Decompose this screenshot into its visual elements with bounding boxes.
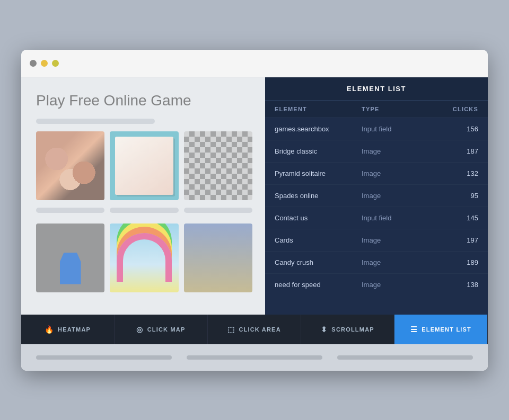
bottom-strip [21, 344, 488, 371]
row-type: Input field [362, 214, 436, 222]
toolbar-label: HEATMAP [58, 326, 91, 333]
click-map-icon: ◎ [136, 326, 143, 333]
close-button[interactable] [30, 60, 37, 67]
table-row[interactable]: games.searchbox Input field 156 [265, 118, 488, 140]
row-type: Image [362, 236, 436, 244]
table-row[interactable]: Contact us Input field 145 [265, 207, 488, 229]
row-type: Input field [362, 125, 436, 133]
toolbar-click-area[interactable]: ⬚ CLICK AREA [208, 315, 301, 344]
toolbar-element-list[interactable]: ☰ ELEMENT LIST [394, 315, 488, 344]
row-clicks: 138 [436, 281, 478, 289]
site-title: Play Free Online Game [36, 92, 252, 109]
row-element: games.searchbox [275, 125, 362, 133]
maximize-button[interactable] [52, 60, 59, 67]
bottom-bar-1 [36, 355, 172, 360]
row-type: Image [362, 147, 436, 155]
row-element: Cards [275, 236, 362, 244]
element-list-icon: ☰ [410, 326, 418, 333]
skeleton-row [36, 208, 252, 213]
table-row[interactable]: Spades online Image 95 [265, 185, 488, 207]
site-preview: Play Free Online Game [21, 77, 265, 315]
minimize-button[interactable] [41, 60, 48, 67]
row-clicks: 197 [436, 236, 478, 244]
bottom-bar-2 [187, 355, 322, 360]
column-headers: ELEMENT TYPE CLICKS [265, 101, 488, 118]
thumb-puzzle [36, 131, 104, 200]
skeleton-bar [36, 208, 104, 213]
skeleton-bar [36, 119, 155, 124]
col-element: ELEMENT [275, 106, 362, 112]
game-grid-top [36, 131, 252, 200]
bottom-bar-3 [337, 355, 473, 360]
row-clicks: 95 [436, 192, 478, 200]
heatmap-icon: 🔥 [45, 326, 54, 333]
row-type: Image [362, 169, 436, 177]
thumb-castle [184, 224, 252, 292]
titlebar [21, 50, 488, 77]
panel-rows: games.searchbox Input field 156 Bridge c… [265, 118, 488, 315]
row-element: Contact us [275, 214, 362, 222]
content-area: Play Free Online Game ELEMENT LIST [21, 77, 488, 315]
thumb-race [184, 131, 252, 200]
row-clicks: 187 [436, 147, 478, 155]
table-row[interactable]: Cards Image 197 [265, 229, 488, 252]
row-clicks: 189 [436, 258, 478, 266]
toolbar-scrollmap[interactable]: ⬍ SCROLLMAP [301, 315, 394, 344]
row-element: Candy crush [275, 258, 362, 266]
row-type: Image [362, 281, 436, 289]
table-row[interactable]: Candy crush Image 189 [265, 252, 488, 274]
click-area-icon: ⬚ [227, 326, 235, 333]
row-type: Image [362, 258, 436, 266]
thumb-rainbow [110, 224, 178, 292]
app-window: Play Free Online Game ELEMENT LIST [21, 50, 488, 371]
game-grid-bottom [36, 224, 252, 292]
scrollmap-icon: ⬍ [321, 326, 328, 333]
row-element: Pyramid solitaire [275, 169, 362, 177]
thumb-car [36, 224, 104, 292]
panel-title: ELEMENT LIST [265, 77, 488, 101]
row-element: Spades online [275, 192, 362, 200]
row-element: Bridge classic [275, 147, 362, 155]
row-clicks: 156 [436, 125, 478, 133]
toolbar-label: CLICK AREA [239, 326, 280, 333]
row-type: Image [362, 192, 436, 200]
row-element: need for speed [275, 281, 362, 289]
table-row[interactable]: need for speed Image 138 [265, 274, 488, 296]
toolbar-click-map[interactable]: ◎ CLICK MAP [115, 315, 208, 344]
toolbar-label: SCROLLMAP [331, 326, 374, 333]
thumb-cards [110, 131, 178, 200]
element-panel: ELEMENT LIST ELEMENT TYPE CLICKS games.s… [265, 77, 488, 315]
toolbar: 🔥 HEATMAP ◎ CLICK MAP ⬚ CLICK AREA ⬍ SCR… [21, 315, 488, 344]
col-clicks: CLICKS [436, 106, 478, 112]
row-clicks: 145 [436, 214, 478, 222]
skeleton-bar [184, 208, 252, 213]
table-row[interactable]: Pyramid solitaire Image 132 [265, 163, 488, 185]
skeleton-bar [110, 208, 178, 213]
toolbar-label: ELEMENT LIST [422, 326, 471, 333]
col-type: TYPE [362, 106, 436, 112]
toolbar-label: CLICK MAP [147, 326, 186, 333]
table-row[interactable]: Bridge classic Image 187 [265, 140, 488, 163]
toolbar-heatmap[interactable]: 🔥 HEATMAP [21, 315, 115, 344]
row-clicks: 132 [436, 169, 478, 177]
